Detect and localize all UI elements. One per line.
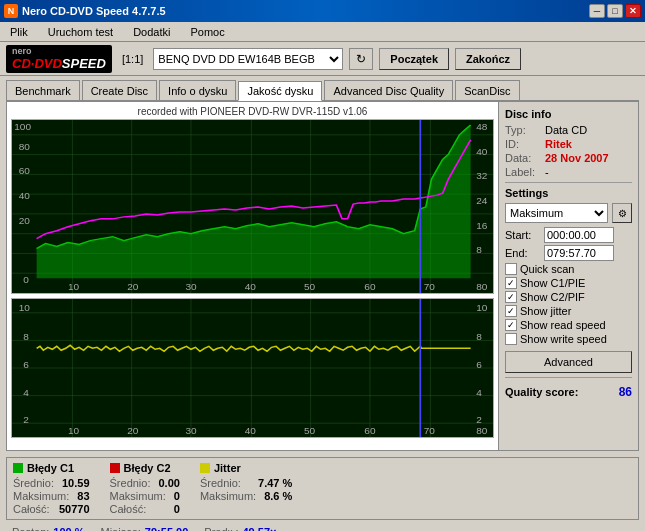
title-bar-text: N Nero CD-DVD Speed 4.7.7.5 [4,4,166,18]
minimize-button[interactable]: ─ [589,4,605,18]
speed-settings-row: Maksimum ⚙ [505,203,632,223]
start-label: Start: [505,229,540,241]
svg-text:32: 32 [476,171,487,181]
show-read-checkbox[interactable] [505,319,517,331]
show-c1-row: Show C1/PIE [505,277,632,289]
tab-scandisc[interactable]: ScanDisc [455,80,519,100]
c2-dot [110,463,120,473]
recorded-with: recorded with PIONEER DVD-RW DVR-115D v1… [11,106,494,117]
tab-advanced-disc[interactable]: Advanced Disc Quality [324,80,453,100]
speed-select[interactable]: Maksimum [505,203,608,223]
stop-button[interactable]: Zakończ [455,48,521,70]
disc-label-value: - [545,166,549,178]
menu-pomoc[interactable]: Pomoc [184,24,230,40]
tab-create-disc[interactable]: Create Disc [82,80,157,100]
progress-value: 100 % [53,526,84,531]
c2-label: Błędy C2 [124,462,171,474]
end-input-row: End: [505,245,632,261]
disc-id-label: ID: [505,138,545,150]
tab-benchmark[interactable]: Benchmark [6,80,80,100]
settings-icon-button[interactable]: ⚙ [612,203,632,223]
disc-type-value: Data CD [545,124,587,136]
svg-text:6: 6 [23,360,29,370]
jitter-max-row: Maksimum: 8.6 % [200,490,292,502]
svg-text:80: 80 [19,141,30,151]
c2-total-value: 0 [174,503,180,515]
tab-quality[interactable]: Jakość dysku [238,81,322,101]
start-input[interactable] [544,227,614,243]
jitter-label: Jitter [214,462,241,474]
advanced-button[interactable]: Advanced [505,351,632,373]
show-write-checkbox[interactable] [505,333,517,345]
jitter-avg-label: Średnio: [200,477,241,489]
disc-info-title: Disc info [505,108,632,120]
refresh-button[interactable]: ↻ [349,48,373,70]
chart-area: recorded with PIONEER DVD-RW DVR-115D v1… [7,102,498,450]
menu-dodatki[interactable]: Dodatki [127,24,176,40]
svg-text:40: 40 [476,146,487,156]
progress-item: Postęp: 100 % [12,526,85,531]
start-button[interactable]: Początek [379,48,449,70]
menu-plik[interactable]: Plik [4,24,34,40]
menu-uruchom[interactable]: Uruchom test [42,24,119,40]
svg-text:10: 10 [68,282,79,292]
svg-text:50: 50 [304,426,315,436]
show-c1-checkbox[interactable] [505,277,517,289]
c2-max-value: 0 [174,490,180,502]
main-content: recorded with PIONEER DVD-RW DVR-115D v1… [6,101,639,451]
close-button[interactable]: ✕ [625,4,641,18]
show-read-row: Show read speed [505,319,632,331]
end-input[interactable] [544,245,614,261]
show-c2-checkbox[interactable] [505,291,517,303]
jitter-dot [200,463,210,473]
svg-text:8: 8 [23,332,29,342]
svg-text:40: 40 [245,426,256,436]
svg-text:70: 70 [424,426,435,436]
quick-scan-row: Quick scan [505,263,632,275]
c2-max-label: Maksimum: [110,490,166,502]
maximize-button[interactable]: □ [607,4,623,18]
svg-text:10: 10 [68,426,79,436]
svg-text:40: 40 [245,282,256,292]
app-icon: N [4,4,18,18]
svg-text:8: 8 [476,332,482,342]
predkosc-label: Prędк.: [204,526,238,531]
svg-text:60: 60 [19,166,30,176]
c1-dot [13,463,23,473]
separator-1 [505,182,632,183]
show-c2-row: Show C2/PIF [505,291,632,303]
svg-text:40: 40 [19,191,30,201]
disc-date-row: Data: 28 Nov 2007 [505,152,632,164]
separator-2 [505,377,632,378]
disc-date-label: Data: [505,152,545,164]
svg-text:30: 30 [185,426,196,436]
quick-scan-checkbox[interactable] [505,263,517,275]
quick-scan-label: Quick scan [520,263,574,275]
quality-score-value: 86 [619,385,632,399]
disc-type-row: Typ: Data CD [505,124,632,136]
predkosc-item: Prędк.: 49.57× [204,526,276,531]
svg-text:100: 100 [14,121,31,131]
c2-avg-row: Średnio: 0.00 [110,477,180,489]
svg-text:60: 60 [364,426,375,436]
miejsce-label: Miejsce: [101,526,141,531]
svg-text:4: 4 [23,387,29,397]
svg-text:30: 30 [185,282,196,292]
svg-text:6: 6 [476,360,482,370]
c2-avg-label: Średnio: [110,477,151,489]
c1-total-label: Całość: [13,503,50,515]
drive-select[interactable]: BENQ DVD DD EW164B BEGB [153,48,343,70]
toolbar: nero CD·DVDSPEED [1:1] BENQ DVD DD EW164… [0,42,645,76]
jitter-max-value: 8.6 % [264,490,292,502]
chart-bottom-svg: 10 8 6 4 2 10 8 6 4 2 10 20 30 40 50 60 … [12,299,493,437]
show-jitter-checkbox[interactable] [505,305,517,317]
tab-info[interactable]: Info o dysku [159,80,236,100]
jitter-max-label: Maksimum: [200,490,256,502]
c2-total-label: Całość: [110,503,147,515]
c1-avg-value: 10.59 [62,477,90,489]
svg-text:50: 50 [304,282,315,292]
svg-text:20: 20 [127,282,138,292]
svg-text:2: 2 [476,415,482,425]
c1-total-value: 50770 [59,503,90,515]
right-panel: Disc info Typ: Data CD ID: Ritek Data: 2… [498,102,638,450]
